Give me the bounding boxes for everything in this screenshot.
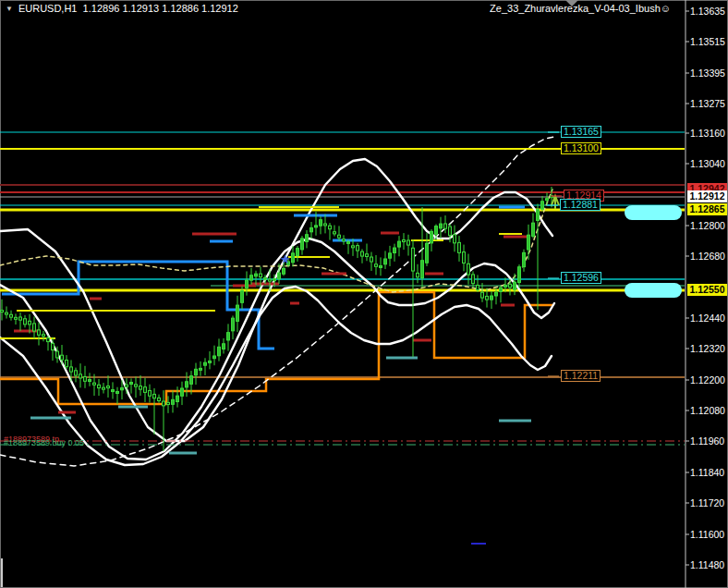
candle-body <box>149 390 152 396</box>
candle-body <box>324 224 327 226</box>
candle-body <box>287 262 290 264</box>
candle-body <box>347 241 350 243</box>
candle-body <box>440 224 443 228</box>
candle-body <box>172 399 175 404</box>
candle-body <box>310 227 313 231</box>
step-line <box>0 292 552 404</box>
candle-body <box>477 285 479 289</box>
candle-body <box>61 355 64 360</box>
candle-body <box>52 343 55 349</box>
candle-body <box>112 390 115 392</box>
candle-body <box>486 296 489 300</box>
candle-body <box>204 362 207 365</box>
candle-body <box>426 243 429 263</box>
candle-body <box>320 220 322 226</box>
candle-body <box>190 376 193 385</box>
candle-body <box>334 232 336 234</box>
candle-body <box>431 231 433 243</box>
candle-body <box>75 371 78 375</box>
candle-body <box>407 240 410 245</box>
candle-body <box>375 264 378 267</box>
candle-body <box>269 279 272 281</box>
candle-body <box>158 398 161 400</box>
candle-body <box>384 259 387 264</box>
candle-body <box>6 312 8 314</box>
candle-body <box>195 369 198 374</box>
candle-body <box>500 288 503 291</box>
candle-body <box>163 401 165 406</box>
candle-body <box>380 265 382 267</box>
candle-body <box>435 227 438 235</box>
candle-body <box>403 239 406 241</box>
candle-body <box>209 361 212 362</box>
candle-body <box>213 356 216 359</box>
candle-body <box>541 202 544 209</box>
candle-body <box>70 367 73 372</box>
candle-body <box>79 374 82 378</box>
candle-body <box>495 292 498 296</box>
candle-body <box>504 285 507 287</box>
candle-body <box>546 199 549 201</box>
candle-body <box>241 290 244 302</box>
candle-body <box>98 385 101 387</box>
candle-body <box>130 382 133 384</box>
candle-body <box>47 338 50 342</box>
candle-body <box>481 292 484 298</box>
candle-body <box>389 253 392 258</box>
candle-body <box>246 280 249 288</box>
candle-body <box>366 254 369 257</box>
candle-body <box>417 273 419 276</box>
candle-body <box>135 385 138 386</box>
candle-body <box>103 387 105 389</box>
slow-ma-dashed-curve <box>0 137 554 466</box>
candle-body <box>176 396 179 401</box>
candle-body <box>509 284 512 288</box>
candle-body <box>283 268 285 274</box>
candle-body <box>186 382 188 387</box>
candle-body <box>352 246 355 248</box>
candle-body <box>301 239 304 250</box>
candle-body <box>458 242 461 252</box>
candle-body <box>116 391 119 393</box>
candle-body <box>315 226 318 227</box>
candle-body <box>144 387 147 393</box>
candle-body <box>33 324 36 331</box>
candle-body <box>89 380 91 382</box>
candle-body <box>491 296 493 300</box>
candle-body <box>126 385 128 386</box>
candle-body <box>306 235 309 242</box>
candle-body <box>10 314 13 317</box>
candle-body <box>1 311 4 312</box>
candle-body <box>140 386 142 390</box>
candle-body <box>421 261 424 278</box>
candle-body <box>93 383 96 385</box>
candle-body <box>361 251 364 256</box>
band-upper-curve <box>0 159 552 441</box>
candle-body <box>537 210 540 221</box>
candle-body <box>153 394 156 398</box>
candle-body <box>121 388 124 390</box>
candle-body <box>472 275 475 284</box>
candle-body <box>264 277 267 279</box>
candle-body <box>444 224 447 228</box>
candle-body <box>398 241 401 247</box>
candle-body <box>292 253 295 263</box>
candle-body <box>255 274 258 276</box>
candle-body <box>232 318 235 331</box>
candle-body <box>338 235 341 238</box>
chart-canvas[interactable] <box>0 0 728 588</box>
candle-body <box>19 317 22 320</box>
candle-body <box>454 235 456 243</box>
candle-body <box>227 333 230 340</box>
candle-body <box>223 344 225 349</box>
candle-body <box>449 227 452 236</box>
candle-body <box>297 249 299 256</box>
candle-body <box>167 402 170 404</box>
candle-body <box>84 376 87 381</box>
candle-body <box>514 282 516 289</box>
candle-body <box>528 235 530 250</box>
candle-body <box>343 239 346 241</box>
candle-body <box>518 267 521 283</box>
candle-body <box>260 274 262 277</box>
candle-body <box>532 223 535 236</box>
